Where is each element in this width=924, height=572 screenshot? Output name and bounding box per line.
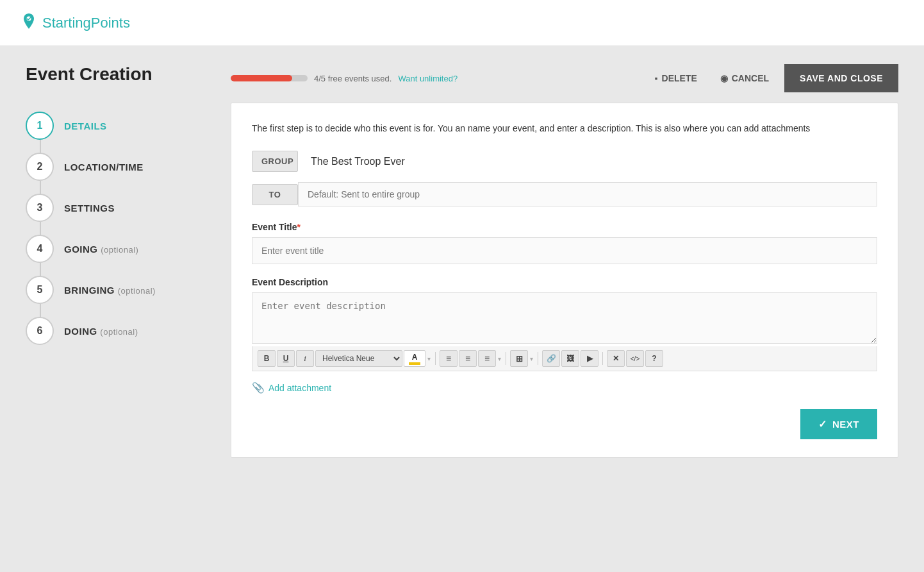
image-button[interactable]: 🖼 (561, 350, 579, 367)
action-bar: 4/5 free events used. Want unlimited? ▪ … (231, 64, 898, 92)
main-container: Event Creation 1 DETAILS 2 LOCATION/TIME… (0, 46, 924, 476)
step-label-2: LOCATION/TIME (64, 162, 144, 172)
clear-button[interactable]: ✕ (607, 350, 625, 367)
toolbar-sep-1 (435, 352, 436, 365)
top-bar: StartingPoints (0, 0, 924, 46)
step-label-6: DOING (optional) (64, 326, 138, 337)
delete-icon: ▪ (655, 73, 658, 83)
event-title-input[interactable] (252, 237, 877, 264)
step-label-4: GOING (optional) (64, 244, 138, 255)
to-input[interactable] (298, 182, 877, 206)
left-panel: Event Creation 1 DETAILS 2 LOCATION/TIME… (26, 64, 231, 458)
align-button[interactable]: ≡ (478, 350, 496, 367)
step-optional-6: (optional) (100, 327, 138, 337)
italic-button[interactable]: i (296, 350, 314, 367)
delete-label: DELETE (662, 73, 697, 83)
editor-toolbar: B U i Helvetica Neue Arial Times New Rom… (252, 346, 877, 371)
cancel-icon: ◉ (720, 73, 728, 83)
right-panel: 4/5 free events used. Want unlimited? ▪ … (231, 64, 898, 458)
form-intro-text: The first step is to decide who this eve… (252, 121, 877, 135)
list-unordered-button[interactable]: ≡ (440, 350, 458, 367)
step-item-3[interactable]: 3 SETTINGS (26, 187, 231, 228)
progress-bar-fill (231, 75, 292, 81)
usage-info: 4/5 free events used. Want unlimited? (231, 74, 458, 83)
step-circle-5: 5 (26, 276, 54, 304)
step-item-5[interactable]: 5 BRINGING (optional) (26, 269, 231, 310)
font-select[interactable]: Helvetica Neue Arial Times New Roman (315, 350, 402, 367)
logo-icon (21, 12, 37, 34)
link-button[interactable]: 🔗 (542, 350, 560, 367)
form-card: The first step is to decide who this eve… (231, 103, 898, 458)
step-circle-2: 2 (26, 153, 54, 181)
progress-bar-container (231, 75, 308, 81)
event-title-required: * (297, 222, 301, 232)
stepper: 1 DETAILS 2 LOCATION/TIME 3 SETTINGS 4 G… (26, 105, 231, 351)
step-circle-3: 3 (26, 194, 54, 222)
to-row: TO (252, 182, 877, 206)
step-item-2[interactable]: 2 LOCATION/TIME (26, 146, 231, 187)
step-optional-4: (optional) (101, 245, 138, 255)
media-button[interactable]: ▶ (581, 350, 598, 367)
cancel-button[interactable]: ◉ CANCEL (713, 68, 777, 88)
add-attachment-button[interactable]: 📎 Add attachment (252, 382, 331, 394)
next-label: NEXT (832, 419, 859, 430)
bold-button[interactable]: B (258, 350, 276, 367)
usage-text: 4/5 free events used. (314, 74, 392, 83)
step-label-1: DETAILS (64, 121, 107, 131)
step-label-5: BRINGING (optional) (64, 285, 156, 296)
step-item-1[interactable]: 1 DETAILS (26, 105, 231, 146)
toolbar-sep-3 (538, 352, 538, 365)
step-label-3: SETTINGS (64, 203, 115, 214)
logo-text: StartingPoints (42, 15, 130, 31)
step-item-4[interactable]: 4 GOING (optional) (26, 228, 231, 269)
event-desc-textarea[interactable] (252, 292, 877, 344)
group-badge: GROUP (252, 151, 298, 172)
code-button[interactable]: </> (626, 350, 644, 367)
step-optional-5: (optional) (118, 286, 156, 296)
next-chevron-icon: ✓ (818, 418, 827, 430)
step-circle-6: 6 (26, 317, 54, 345)
event-title-label: Event Title* (252, 222, 877, 232)
underline-button[interactable]: U (277, 350, 295, 367)
attachment-label: Add attachment (268, 383, 331, 393)
logo: StartingPoints (21, 12, 130, 34)
color-button[interactable]: A (404, 350, 425, 367)
next-button[interactable]: ✓ NEXT (800, 409, 877, 439)
toolbar-sep-4 (602, 352, 603, 365)
event-desc-label: Event Description (252, 277, 877, 287)
cancel-label: CANCEL (732, 73, 769, 83)
step-circle-4: 4 (26, 235, 54, 263)
attachment-icon: 📎 (252, 382, 265, 394)
form-footer: ✓ NEXT (252, 409, 877, 439)
want-unlimited-link[interactable]: Want unlimited? (398, 74, 458, 83)
toolbar-sep-2 (506, 352, 506, 365)
table-button[interactable]: ⊞ (510, 350, 528, 367)
help-button[interactable]: ? (645, 350, 663, 367)
list-ordered-button[interactable]: ≡ (459, 350, 477, 367)
group-row: GROUP The Best Troop Ever (252, 151, 877, 172)
group-value: The Best Troop Ever (311, 156, 405, 167)
step-circle-1: 1 (26, 112, 54, 140)
step-item-6[interactable]: 6 DOING (optional) (26, 310, 231, 351)
page-title: Event Creation (26, 64, 231, 85)
save-close-button[interactable]: SAVE AND CLOSE (784, 64, 898, 92)
delete-button[interactable]: ▪ DELETE (647, 68, 705, 88)
to-badge: TO (252, 184, 298, 205)
